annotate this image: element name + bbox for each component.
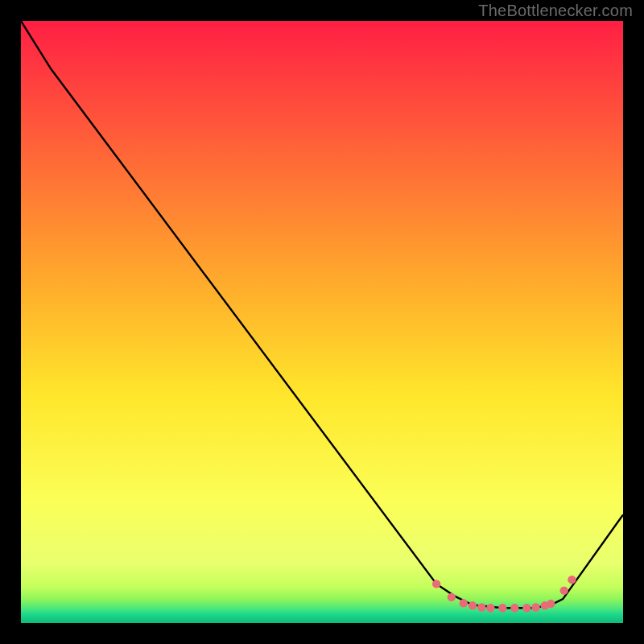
chart-svg	[21, 21, 623, 623]
marker-dot	[477, 603, 485, 611]
marker-dot	[560, 586, 568, 594]
marker-dot	[469, 601, 477, 609]
attribution-label: TheBottlenecker.com	[478, 2, 633, 20]
gradient-background	[21, 21, 623, 623]
marker-dot	[531, 603, 539, 611]
chart-container: TheBottlenecker.com	[0, 0, 644, 644]
marker-dot	[522, 604, 530, 612]
marker-dot	[448, 593, 456, 601]
marker-dot	[568, 576, 576, 584]
marker-dot	[510, 604, 518, 612]
marker-dot	[432, 580, 440, 588]
marker-dot	[486, 604, 494, 612]
marker-dot	[460, 599, 468, 607]
plot-area	[21, 21, 623, 623]
marker-dot	[547, 600, 555, 608]
marker-dot	[498, 604, 506, 612]
